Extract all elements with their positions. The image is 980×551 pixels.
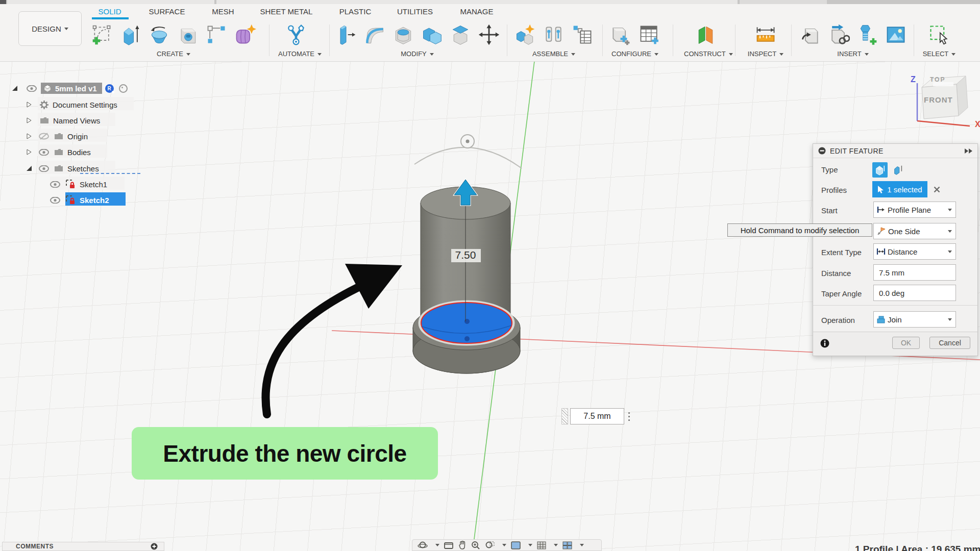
tree-item-label[interactable]: Named Views	[53, 116, 100, 125]
chevron-down-icon[interactable]	[502, 544, 506, 546]
info-icon[interactable]	[820, 339, 829, 348]
configuration-table-icon[interactable]	[638, 23, 660, 46]
move-icon[interactable]	[478, 23, 500, 46]
visibility-eye-icon[interactable]	[27, 85, 37, 92]
joint-icon[interactable]	[543, 23, 565, 46]
zoom-window-icon[interactable]	[485, 541, 495, 550]
taper-angle-input[interactable]	[873, 285, 956, 301]
comments-bar[interactable]: COMMENTS	[2, 542, 164, 551]
tab-mesh[interactable]: MESH	[212, 7, 234, 16]
collapsed-triangle-icon[interactable]	[27, 149, 32, 155]
browser-row-document-settings[interactable]: Document Settings	[27, 98, 117, 111]
ok-button[interactable]: OK	[892, 337, 920, 349]
browser-row-sketches[interactable]: Sketches	[27, 162, 99, 175]
browser-row-bodies[interactable]: Bodies	[27, 145, 91, 159]
extrude-icon[interactable]	[119, 23, 142, 46]
chevron-down-icon[interactable]	[580, 544, 584, 546]
browser-row-root[interactable]: 5mm led v1 R	[12, 82, 128, 95]
combine-icon[interactable]	[421, 23, 443, 46]
collapse-dialog-icon[interactable]	[818, 147, 826, 155]
tree-item-label[interactable]: Sketches	[67, 164, 99, 173]
automate-menu-label[interactable]: AUTOMATE	[278, 50, 314, 58]
expand-dialog-icon[interactable]	[964, 148, 972, 154]
hole-icon[interactable]	[177, 23, 199, 46]
chevron-down-icon[interactable]	[435, 544, 439, 546]
pattern-icon[interactable]	[205, 23, 228, 46]
extrude-type-thin-button[interactable]	[891, 162, 906, 178]
view-cube[interactable]: Z X TOP FRONT	[903, 64, 980, 140]
start-select[interactable]: Profile Plane	[873, 202, 956, 218]
canvas-icon[interactable]	[885, 23, 907, 46]
fastener-icon[interactable]	[856, 23, 878, 46]
derive-icon[interactable]	[799, 23, 821, 46]
inspect-menu-label[interactable]: INSPECT	[744, 50, 787, 58]
zoom-icon[interactable]	[471, 541, 480, 550]
extrude-distance-field[interactable]	[570, 408, 624, 424]
construct-menu-label[interactable]: CONSTRUCT	[684, 50, 727, 58]
select-icon[interactable]	[928, 23, 950, 46]
select-menu-label[interactable]: SELECT	[918, 50, 961, 58]
revolve-icon[interactable]	[148, 23, 170, 46]
form-icon[interactable]	[234, 23, 256, 46]
extrude-type-solid-button[interactable]	[872, 162, 888, 178]
visibility-off-eye-icon[interactable]	[39, 133, 49, 140]
visibility-eye-icon[interactable]	[50, 197, 60, 204]
tab-utilities[interactable]: UTILITIES	[397, 7, 433, 16]
sketch-point[interactable]	[464, 336, 470, 341]
configuration-icon[interactable]	[609, 23, 632, 46]
create-menu-label[interactable]: CREATE	[88, 50, 259, 58]
profiles-selected-chip[interactable]: 1 selected	[872, 181, 927, 197]
orbit-icon[interactable]	[418, 541, 428, 550]
drag-handle[interactable]	[561, 408, 568, 424]
collapsed-triangle-icon[interactable]	[27, 117, 32, 123]
browser-row-named-views[interactable]: Named Views	[27, 114, 100, 127]
insert-menu-label[interactable]: INSERT	[797, 50, 909, 58]
press-pull-icon[interactable]	[335, 23, 357, 46]
visibility-eye-icon[interactable]	[39, 165, 49, 172]
component-table-icon[interactable]	[571, 23, 594, 46]
dialog-header[interactable]: EDIT FEATURE	[813, 144, 977, 158]
add-comment-icon[interactable]	[151, 543, 158, 550]
direction-select[interactable]: One Side	[873, 223, 956, 239]
viewcube-top-face[interactable]: TOP	[930, 76, 945, 83]
expanded-triangle-icon[interactable]	[27, 166, 32, 171]
tab-sheet-metal[interactable]: SHEET METAL	[260, 7, 313, 16]
tab-surface[interactable]: SURFACE	[149, 7, 185, 16]
measure-icon[interactable]	[754, 23, 777, 46]
tree-item-label[interactable]: Bodies	[67, 148, 91, 157]
distance-input[interactable]	[873, 264, 956, 281]
browser-row-origin[interactable]: Origin	[27, 130, 88, 143]
modify-menu-label[interactable]: MODIFY	[332, 50, 503, 58]
create-sketch-icon[interactable]	[91, 23, 113, 46]
chevron-down-icon[interactable]	[554, 544, 558, 546]
tree-item-label[interactable]: Document Settings	[53, 101, 117, 109]
visibility-eye-icon[interactable]	[39, 149, 49, 156]
new-component-icon[interactable]	[514, 23, 536, 46]
rotate-manipulator[interactable]	[414, 135, 522, 168]
chevron-down-icon[interactable]	[528, 544, 532, 546]
cancel-button[interactable]: Cancel	[929, 337, 970, 349]
browser-row-sketch2[interactable]: Sketch2	[50, 193, 109, 207]
browser-row-sketch1[interactable]: Sketch1	[50, 178, 107, 191]
viewcube-front-face[interactable]: FRONT	[924, 95, 953, 104]
expanded-triangle-icon[interactable]	[12, 86, 17, 91]
viewports-icon[interactable]	[562, 541, 572, 549]
configure-menu-label[interactable]: CONFIGURE	[606, 50, 664, 58]
selected-profile[interactable]	[420, 302, 513, 344]
tab-manage[interactable]: MANAGE	[460, 7, 493, 16]
tree-item-label[interactable]: Origin	[67, 132, 88, 141]
extent-type-select[interactable]: Distance	[873, 243, 956, 260]
collapsed-triangle-icon[interactable]	[27, 102, 32, 108]
fillet-icon[interactable]	[363, 23, 386, 46]
assemble-menu-label[interactable]: ASSEMBLE	[510, 50, 597, 58]
pan-icon[interactable]	[458, 541, 467, 549]
look-at-icon[interactable]	[444, 541, 453, 549]
tree-item-label[interactable]: Sketch1	[80, 180, 107, 189]
tree-item-label[interactable]: Sketch2	[80, 196, 109, 205]
design-workspace-menu[interactable]: DESIGN	[18, 11, 82, 46]
activate-component-radio[interactable]	[119, 84, 128, 93]
automate-icon[interactable]	[285, 23, 307, 46]
collapsed-triangle-icon[interactable]	[27, 133, 32, 139]
clear-selection-icon[interactable]	[934, 186, 940, 193]
tab-plastic[interactable]: PLASTIC	[339, 7, 372, 16]
